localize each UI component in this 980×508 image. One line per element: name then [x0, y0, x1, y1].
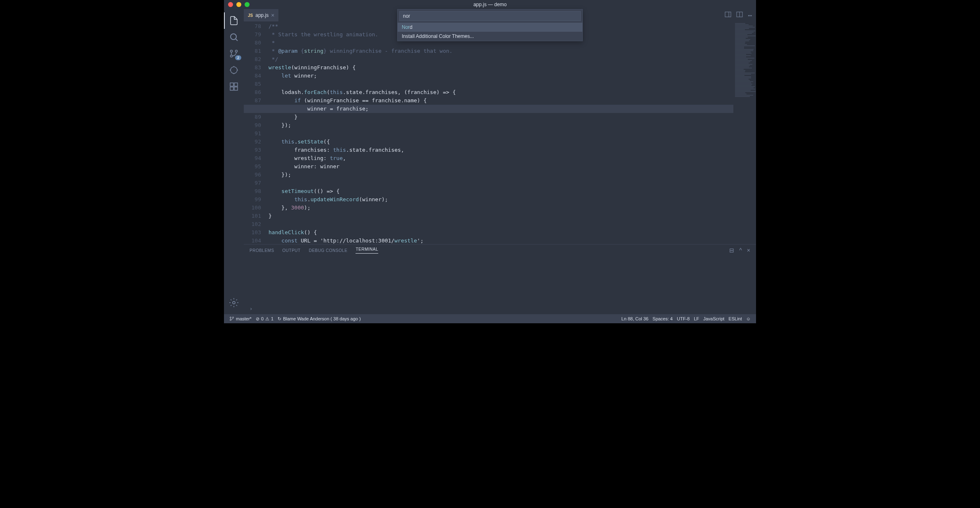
files-icon: [229, 16, 239, 26]
statusbar: master* ⊘0 ⚠1 ↻ Blame Wade Anderson ( 38…: [224, 314, 756, 323]
terminal-body[interactable]: ›: [244, 256, 756, 314]
minimap[interactable]: [733, 21, 756, 244]
status-blame[interactable]: ↻ Blame Wade Anderson ( 38 days ago ): [276, 316, 363, 322]
settings-activity[interactable]: [224, 294, 244, 311]
scm-badge: 2: [235, 55, 241, 60]
status-branch[interactable]: master*: [227, 316, 254, 321]
gear-icon: [229, 298, 239, 308]
error-icon: ⊘: [256, 316, 259, 322]
titlebar: app.js — demo: [224, 0, 756, 9]
sync-icon: ↻: [278, 316, 281, 322]
warning-icon: ⚠: [265, 316, 269, 322]
svg-rect-10: [230, 83, 233, 86]
debug-activity[interactable]: [224, 62, 244, 78]
panel: PROBLEMS OUTPUT DEBUG CONSOLE TERMINAL ⊟…: [244, 244, 756, 314]
svg-rect-15: [725, 12, 731, 17]
quick-pick: Nord Install Additional Color Themes...: [397, 9, 583, 41]
status-feedback[interactable]: ☺: [744, 316, 753, 321]
window-title: app.js — demo: [474, 2, 507, 7]
more-actions-icon[interactable]: ⋯: [748, 12, 752, 19]
smiley-icon: ☺: [746, 316, 751, 321]
main-area: 2 JS app.js ×: [224, 9, 756, 314]
panel-tab-debug-console[interactable]: DEBUG CONSOLE: [309, 248, 348, 253]
minimize-window-button[interactable]: [236, 2, 241, 7]
branch-icon: [229, 316, 234, 321]
terminal-prompt-chevron: ›: [250, 306, 252, 312]
status-eslint[interactable]: ESLint: [726, 316, 744, 321]
status-cursor[interactable]: Ln 88, Col 36: [620, 316, 650, 321]
maximize-panel-icon[interactable]: ^: [739, 247, 742, 254]
scm-activity[interactable]: 2: [224, 45, 244, 62]
editor-area: JS app.js × ⋯ 78798081828384858687888990…: [244, 9, 756, 314]
clear-terminal-icon[interactable]: ⊟: [729, 247, 734, 254]
status-language[interactable]: JavaScript: [701, 316, 726, 321]
status-spaces[interactable]: Spaces: 4: [650, 316, 675, 321]
panel-tab-terminal[interactable]: TERMINAL: [356, 247, 378, 254]
line-gutter: 7879808182838485868788899091929394959697…: [244, 21, 269, 244]
tab-close-icon[interactable]: ×: [271, 12, 274, 19]
status-encoding[interactable]: UTF-8: [675, 316, 692, 321]
svg-point-20: [230, 320, 231, 321]
code-content[interactable]: /** * Starts the wrestling animation. * …: [269, 21, 733, 244]
quick-pick-input[interactable]: [399, 11, 581, 21]
bug-icon: [229, 65, 239, 75]
svg-point-4: [236, 50, 238, 52]
panel-tab-problems[interactable]: PROBLEMS: [250, 248, 274, 253]
extensions-icon: [229, 82, 239, 92]
editor-body[interactable]: 7879808182838485868788899091929394959697…: [244, 21, 756, 244]
svg-rect-13: [234, 87, 238, 90]
svg-line-1: [236, 39, 238, 41]
maximize-window-button[interactable]: [245, 2, 250, 7]
svg-point-2: [231, 50, 233, 52]
status-eol[interactable]: LF: [692, 316, 701, 321]
status-problems[interactable]: ⊘0 ⚠1: [254, 316, 276, 322]
js-file-icon: JS: [248, 13, 253, 18]
extensions-activity[interactable]: [224, 78, 244, 95]
close-window-button[interactable]: [228, 2, 233, 7]
svg-rect-11: [234, 83, 238, 86]
panel-actions: ⊟ ^ ×: [729, 247, 750, 254]
explorer-activity[interactable]: [224, 12, 244, 29]
svg-point-3: [231, 55, 233, 57]
quick-pick-item-install-themes[interactable]: Install Additional Color Themes...: [398, 32, 582, 41]
svg-point-19: [230, 317, 231, 318]
minimap-content: [733, 21, 756, 99]
app-window: app.js — demo Nord Install Additional Co…: [224, 0, 756, 323]
svg-point-14: [233, 301, 235, 304]
panel-tab-output[interactable]: OUTPUT: [283, 248, 301, 253]
panel-tabs: PROBLEMS OUTPUT DEBUG CONSOLE TERMINAL ⊟…: [244, 245, 756, 256]
activity-bar: 2: [224, 9, 244, 314]
svg-point-5: [231, 67, 237, 73]
traffic-lights: [224, 2, 250, 7]
editor-actions: ⋯: [725, 9, 756, 21]
split-editor-icon[interactable]: [736, 11, 743, 19]
close-panel-icon[interactable]: ×: [747, 247, 750, 254]
search-icon: [229, 32, 239, 42]
tab-label: app.js: [255, 12, 269, 18]
split-right-icon[interactable]: [725, 11, 731, 19]
svg-point-0: [231, 34, 236, 40]
status-right: Ln 88, Col 36 Spaces: 4 UTF-8 LF JavaScr…: [620, 316, 753, 321]
quick-pick-item-nord[interactable]: Nord: [398, 23, 582, 32]
search-activity[interactable]: [224, 29, 244, 45]
svg-rect-12: [230, 87, 233, 90]
svg-point-21: [233, 317, 234, 318]
tab-app-js[interactable]: JS app.js ×: [244, 9, 278, 21]
